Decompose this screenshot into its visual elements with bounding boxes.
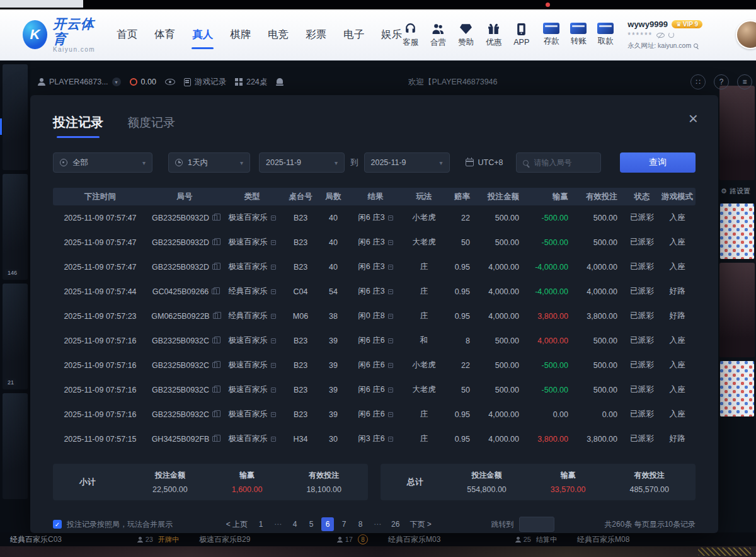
table-tab[interactable]: 经典百家乐C03 23 开牌中	[0, 534, 189, 545]
jump-page-input[interactable]	[519, 517, 554, 532]
copy-icon[interactable]	[212, 436, 217, 442]
copy-icon[interactable]	[212, 411, 217, 417]
cell-table-no: B23	[282, 238, 319, 247]
page-button[interactable]: ⋯	[370, 517, 384, 531]
close-icon[interactable]: ×	[689, 110, 698, 127]
cell-bet-time: 2025-11-09 07:57:16	[53, 386, 147, 394]
menu-item[interactable]: 体育	[154, 23, 176, 47]
copy-icon[interactable]	[212, 289, 217, 294]
page-button[interactable]: 6	[321, 517, 334, 531]
promo-link[interactable]: 优惠	[486, 22, 501, 48]
menu-item[interactable]: 真人	[192, 23, 214, 47]
cell-win-loss: 3,800.00	[527, 312, 576, 321]
table-tab[interactable]: 经典百家乐M03 25 结算中	[378, 534, 567, 545]
category-select[interactable]: 全部 ▾	[53, 152, 152, 173]
page-button[interactable]: 8	[354, 517, 367, 531]
category-value: 全部	[72, 158, 88, 168]
result-detail-icon[interactable]	[388, 314, 393, 319]
table-body: 2025-11-09 07:57:47 GB2325B0932D 极速百家乐 B…	[53, 205, 696, 451]
menu-item[interactable]: 娱乐	[381, 23, 403, 47]
round-search-input[interactable]	[534, 158, 592, 167]
menu-item[interactable]: 电竞	[267, 23, 289, 47]
menu-item[interactable]: 棋牌	[229, 23, 251, 47]
copy-icon[interactable]	[212, 215, 217, 221]
copy-icon[interactable]	[213, 313, 218, 319]
page-button[interactable]: ⋯	[271, 517, 285, 531]
date-to-picker[interactable]: 2025-11-9 ▾	[364, 152, 450, 173]
cell-game-type: 极速百家乐	[222, 212, 282, 223]
result-detail-icon[interactable]	[388, 363, 393, 368]
page-button[interactable]: < 上页	[223, 517, 251, 531]
game-records-link[interactable]: 游戏记录	[184, 77, 226, 88]
menu-icon[interactable]: ≡	[737, 74, 752, 89]
player-dropdown[interactable]: PLAYER46873... ▾	[38, 78, 121, 86]
copy-icon[interactable]	[212, 264, 217, 270]
wallet-action[interactable]: 转账	[570, 23, 587, 47]
page-button[interactable]: 4	[289, 517, 301, 531]
cell-odds: 22	[445, 214, 478, 222]
wallet-action[interactable]: 存款	[543, 23, 559, 47]
bell-icon[interactable]	[276, 78, 284, 86]
result-detail-icon[interactable]	[388, 338, 393, 343]
cell-round-id: GB2325B0932C	[147, 336, 222, 345]
copy-icon[interactable]	[212, 239, 217, 245]
merge-checkbox[interactable]: ✓	[53, 520, 62, 529]
video-thumb[interactable]	[3, 64, 28, 170]
menu-item[interactable]: 首页	[116, 23, 138, 47]
page-button[interactable]: 7	[338, 517, 350, 531]
wallet-action[interactable]: 取款	[597, 23, 614, 47]
balance-value: 0.00	[141, 78, 156, 86]
page-button[interactable]: 26	[388, 517, 403, 531]
date-range-select[interactable]: 1天内 ▾	[168, 152, 250, 173]
result-detail-icon[interactable]	[388, 240, 393, 245]
result-detail-icon[interactable]	[388, 412, 393, 417]
video-thumb[interactable]: 21	[3, 284, 28, 389]
range-value: 1天内	[188, 158, 208, 168]
page-button[interactable]: 5	[305, 517, 318, 531]
chevron-down-icon: ▾	[240, 159, 243, 166]
user-block[interactable]: wywy9999 ♛VIP 9 ****** 永久网址: kaiyun.com	[627, 20, 722, 50]
menu-item[interactable]: 电子	[343, 23, 365, 47]
tables-link[interactable]: 224桌	[235, 77, 267, 88]
modal-tab[interactable]: 投注记录	[53, 114, 103, 131]
balance-display[interactable]: 0.00	[130, 78, 156, 86]
network-icon[interactable]: ∷	[690, 74, 706, 89]
copy-icon[interactable]	[212, 362, 217, 368]
table-name: 极速百家乐B29	[199, 534, 250, 545]
timezone-select[interactable]: UTC+8	[466, 158, 503, 167]
app-link[interactable]: APP	[513, 23, 529, 47]
video-thumb[interactable]: 146	[3, 174, 28, 280]
copy-icon[interactable]	[212, 387, 217, 393]
date-from-picker[interactable]: 2025-11-9 ▾	[259, 152, 345, 173]
result-detail-icon[interactable]	[388, 437, 393, 442]
cell-game-type: 极速百家乐	[222, 261, 282, 272]
eye-icon[interactable]	[165, 79, 175, 85]
refresh-icon[interactable]	[668, 32, 674, 38]
result-detail-icon[interactable]	[388, 388, 393, 393]
result-detail-icon[interactable]	[388, 215, 393, 221]
road-settings-button[interactable]: ⚙ 路设置	[718, 183, 756, 200]
table-tab[interactable]: 经典百家乐M08	[567, 534, 756, 545]
cell-table-no: B23	[282, 214, 319, 222]
eye-off-icon[interactable]	[656, 33, 665, 38]
result-detail-icon[interactable]	[388, 289, 393, 294]
support-link[interactable]: 客服	[403, 22, 418, 48]
page-button[interactable]: 1	[255, 517, 267, 531]
screen: K 开云体育 Kaiyun.com 首页 体育 真人 棋牌 电竞 彩票 电子	[0, 0, 756, 557]
search-icon[interactable]	[694, 43, 698, 48]
sponsor-link[interactable]: 赞助	[458, 22, 474, 48]
copy-icon[interactable]	[212, 338, 217, 343]
help-icon[interactable]: ?	[714, 74, 729, 89]
site-logo[interactable]: K 开云体育 Kaiyun.com	[23, 16, 100, 52]
query-button[interactable]: 查询	[620, 152, 696, 173]
partner-link[interactable]: 合营	[430, 22, 446, 48]
result-detail-icon[interactable]	[388, 265, 393, 270]
page-button[interactable]: 下页 >	[406, 517, 434, 531]
modal-tab[interactable]: 额度记录	[127, 115, 175, 131]
column-header: 输赢	[527, 192, 576, 202]
avatar[interactable]	[736, 20, 756, 49]
game-type-icon	[271, 363, 276, 368]
video-thumb[interactable]	[3, 393, 28, 499]
menu-item[interactable]: 彩票	[305, 23, 327, 47]
table-tab[interactable]: 极速百家乐B29 17 8	[189, 534, 378, 545]
